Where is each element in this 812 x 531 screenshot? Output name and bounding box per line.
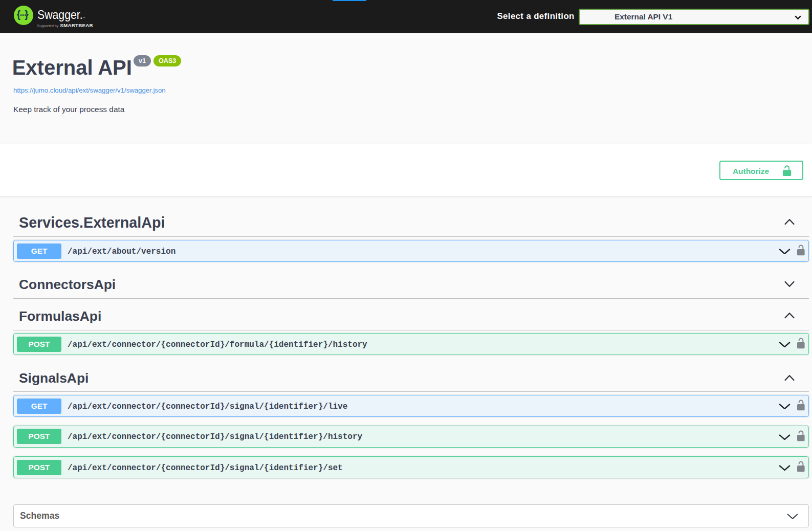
svg-text:}: } bbox=[25, 9, 29, 20]
svg-text:{: { bbox=[17, 9, 21, 20]
